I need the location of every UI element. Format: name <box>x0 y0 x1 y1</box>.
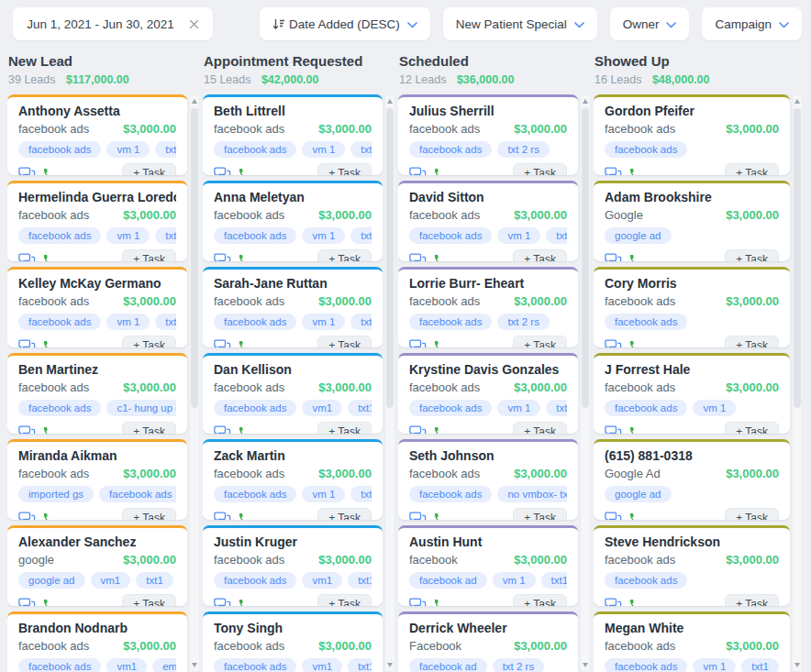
lead-card[interactable]: Dan Kellison facebook ads $3,000.00 face… <box>203 353 383 434</box>
lead-card[interactable]: Brandon Nodnarb facebook ads $3,000.00 f… <box>7 611 187 672</box>
phone-icon[interactable] <box>238 339 251 348</box>
scrollbar-thumb[interactable] <box>191 108 198 408</box>
chat-icon[interactable] <box>214 167 231 176</box>
column-scrollbar[interactable] <box>384 94 395 672</box>
phone-icon[interactable] <box>238 598 251 607</box>
phone-icon[interactable] <box>433 598 447 607</box>
task-button[interactable]: + Task <box>725 422 779 434</box>
lead-card[interactable]: Hermelinda Guerra Loredo facebook ads $3… <box>7 181 187 261</box>
phone-icon[interactable] <box>433 253 447 262</box>
lead-card[interactable]: Julius Sherrill facebook ads $3,000.00 f… <box>398 94 578 175</box>
phone-icon[interactable] <box>433 167 447 176</box>
chat-icon[interactable] <box>18 253 36 262</box>
phone-icon[interactable] <box>628 512 642 521</box>
chat-icon[interactable] <box>409 167 427 176</box>
lead-card[interactable]: Austin Hunt facebook $3,000.00 facebook … <box>398 525 578 606</box>
phone-icon[interactable] <box>433 425 447 435</box>
task-button[interactable]: + Task <box>122 422 176 434</box>
phone-icon[interactable] <box>42 339 56 348</box>
scrollbar-thumb[interactable] <box>794 108 801 408</box>
lead-card[interactable]: Cory Morris facebook ads $3,000.00 faceb… <box>594 267 790 347</box>
lead-card[interactable]: Anthony Assetta facebook ads $3,000.00 f… <box>7 94 187 175</box>
task-button[interactable]: + Task <box>317 422 372 434</box>
task-button[interactable]: + Task <box>513 163 567 175</box>
chat-icon[interactable] <box>18 598 36 607</box>
lead-card[interactable]: David Sitton facebook ads $3,000.00 face… <box>398 181 578 261</box>
lead-card[interactable]: (615) 881-0318 Google Ad $3,000.00 googl… <box>594 439 790 520</box>
chat-icon[interactable] <box>18 425 36 435</box>
chat-icon[interactable] <box>409 339 427 348</box>
task-button[interactable]: + Task <box>725 249 779 261</box>
lead-card[interactable]: J Forrest Hale facebook ads $3,000.00 fa… <box>594 353 790 434</box>
chat-icon[interactable] <box>605 598 622 607</box>
lead-card[interactable]: Beth Littrell facebook ads $3,000.00 fac… <box>203 94 383 175</box>
phone-icon[interactable] <box>42 598 56 607</box>
lead-card[interactable]: Seth Johnson facebook ads $3,000.00 face… <box>398 439 578 520</box>
chat-icon[interactable] <box>409 512 427 521</box>
lead-card[interactable]: Tony Singh facebook ads $3,000.00 facebo… <box>203 611 383 672</box>
phone-icon[interactable] <box>628 167 642 176</box>
task-button[interactable]: + Task <box>513 249 567 261</box>
chat-icon[interactable] <box>18 167 36 176</box>
phone-icon[interactable] <box>628 253 642 262</box>
chat-icon[interactable] <box>605 167 622 176</box>
task-button[interactable]: + Task <box>317 594 372 606</box>
chat-icon[interactable] <box>605 425 622 435</box>
campaign-dropdown[interactable]: Campaign <box>702 7 802 40</box>
chat-icon[interactable] <box>214 512 231 521</box>
task-button[interactable]: + Task <box>725 508 779 520</box>
phone-icon[interactable] <box>238 425 251 435</box>
phone-icon[interactable] <box>238 167 251 176</box>
task-button[interactable]: + Task <box>725 163 779 175</box>
phone-icon[interactable] <box>42 253 56 262</box>
task-button[interactable]: + Task <box>122 508 176 520</box>
task-button[interactable]: + Task <box>122 249 176 261</box>
phone-icon[interactable] <box>628 598 642 607</box>
lead-card[interactable]: Derrick Wheeler Facebook $3,000.00 faceb… <box>398 611 578 672</box>
column-scrollbar[interactable] <box>580 94 591 672</box>
chat-icon[interactable] <box>18 339 36 348</box>
lead-card[interactable]: Adam Brookshire Google $3,000.00 google … <box>594 181 790 261</box>
chat-icon[interactable] <box>214 253 231 262</box>
column-scrollbar[interactable] <box>189 94 200 672</box>
task-button[interactable]: + Task <box>317 508 372 520</box>
chat-icon[interactable] <box>409 253 427 262</box>
task-button[interactable]: + Task <box>122 594 176 606</box>
lead-card[interactable]: Krystine Davis Gonzales facebook ads $3,… <box>398 353 578 434</box>
scroll-down-icon[interactable] <box>190 660 199 671</box>
scroll-down-icon[interactable] <box>581 660 590 671</box>
scrollbar-thumb[interactable] <box>582 108 589 408</box>
lead-card[interactable]: Kelley McKay Germano facebook ads $3,000… <box>7 267 187 347</box>
lead-card[interactable]: Justin Kruger facebook ads $3,000.00 fac… <box>203 525 383 606</box>
task-button[interactable]: + Task <box>513 594 567 606</box>
chat-icon[interactable] <box>18 512 36 521</box>
phone-icon[interactable] <box>628 425 642 435</box>
scroll-down-icon[interactable] <box>385 660 394 671</box>
scroll-up-icon[interactable] <box>190 95 199 106</box>
task-button[interactable]: + Task <box>513 508 567 520</box>
scroll-up-icon[interactable] <box>581 95 590 106</box>
task-button[interactable]: + Task <box>725 336 779 347</box>
lead-card[interactable]: Anna Meletyan facebook ads $3,000.00 fac… <box>203 181 383 261</box>
phone-icon[interactable] <box>238 512 251 521</box>
lead-card[interactable]: Steve Hendrickson facebook ads $3,000.00… <box>594 525 790 606</box>
date-range-filter[interactable]: Jun 1, 2021 - Jun 30, 2021 <box>13 7 213 40</box>
scroll-up-icon[interactable] <box>385 95 394 106</box>
task-button[interactable]: + Task <box>122 336 176 347</box>
chat-icon[interactable] <box>409 425 427 435</box>
chat-icon[interactable] <box>214 598 231 607</box>
chat-icon[interactable] <box>214 425 231 435</box>
phone-icon[interactable] <box>42 512 56 521</box>
chat-icon[interactable] <box>605 339 622 348</box>
lead-card[interactable]: Lorrie Burr- Eheart facebook ads $3,000.… <box>398 267 578 347</box>
task-button[interactable]: + Task <box>725 594 779 606</box>
scroll-up-icon[interactable] <box>793 95 802 106</box>
phone-icon[interactable] <box>628 339 642 348</box>
phone-icon[interactable] <box>42 425 56 435</box>
task-button[interactable]: + Task <box>317 336 372 347</box>
task-button[interactable]: + Task <box>122 163 176 175</box>
chat-icon[interactable] <box>605 253 622 262</box>
phone-icon[interactable] <box>433 339 447 348</box>
lead-card[interactable]: Megan White facebook ads $3,000.00 faceb… <box>594 611 790 672</box>
lead-card[interactable]: Zack Martin facebook ads $3,000.00 faceb… <box>203 439 383 520</box>
